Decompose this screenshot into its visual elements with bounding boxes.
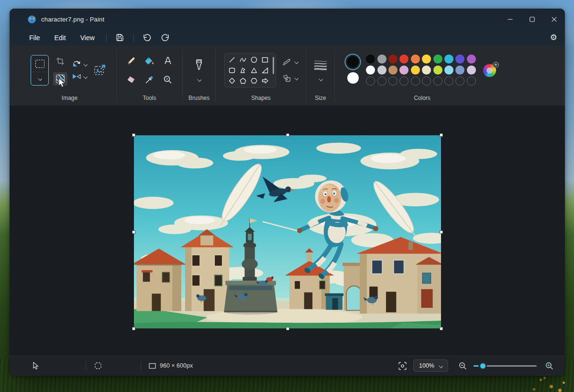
magnifier-tool-button[interactable] [159, 71, 177, 88]
selection-handle[interactable] [440, 230, 443, 234]
color-swatch[interactable] [399, 65, 408, 75]
shapes-gallery[interactable] [224, 53, 276, 87]
fit-to-screen-button[interactable] [398, 362, 407, 370]
color-swatch[interactable] [433, 54, 442, 64]
custom-color-slot[interactable] [388, 76, 397, 86]
menu-file[interactable]: File [22, 32, 47, 44]
flip-button[interactable] [72, 73, 87, 80]
size-button[interactable] [313, 59, 328, 73]
zoom-slider-thumb[interactable] [478, 361, 487, 370]
settings-gear-icon[interactable]: ⚙ [550, 33, 557, 42]
rotate-button[interactable] [72, 60, 87, 68]
shape-polygon-icon[interactable] [238, 65, 249, 75]
crop-button[interactable] [53, 54, 67, 68]
color1-swatch[interactable] [347, 56, 359, 68]
shape-right-triangle-icon[interactable] [260, 65, 271, 75]
selection-handle[interactable] [286, 327, 289, 330]
selection-handle[interactable] [440, 133, 443, 137]
color-swatch[interactable] [455, 65, 464, 75]
color2-swatch[interactable] [347, 72, 359, 84]
menubar: File Edit View [10, 30, 565, 45]
color-swatch[interactable] [444, 54, 453, 64]
shape-curve-icon[interactable] [238, 54, 249, 65]
shape-rectangle-icon[interactable] [260, 54, 271, 65]
selection-tool-button[interactable] [31, 55, 49, 86]
pointer-icon [33, 362, 39, 370]
zoom-out-button[interactable] [459, 362, 467, 370]
color-swatch[interactable] [377, 65, 386, 75]
custom-color-slot[interactable] [411, 76, 420, 86]
shape-triangle-icon[interactable] [249, 65, 260, 75]
shape-pentagon-icon[interactable] [238, 76, 249, 86]
color-swatch[interactable] [388, 65, 397, 75]
pencil-tool-button[interactable] [123, 52, 140, 70]
shapes-scrollbar[interactable] [273, 57, 274, 74]
custom-color-slot[interactable] [422, 76, 431, 86]
color-swatch[interactable] [399, 54, 408, 64]
color-swatch[interactable] [422, 65, 431, 75]
custom-color-slot[interactable] [399, 76, 408, 86]
color-swatch[interactable] [433, 65, 442, 75]
minimize-button[interactable] [499, 9, 521, 30]
maximize-button[interactable] [521, 9, 543, 30]
drawing-canvas[interactable] [134, 135, 441, 328]
color-swatch[interactable] [467, 65, 476, 75]
zoom-dropdown-chevron [439, 364, 443, 368]
selection-size-icon [95, 362, 101, 369]
text-tool-button[interactable] [159, 52, 177, 70]
custom-color-slot[interactable] [366, 76, 375, 86]
size-dropdown-chevron[interactable] [319, 77, 323, 81]
menu-view[interactable]: View [73, 32, 102, 44]
shape-ellipse-icon[interactable] [249, 54, 260, 65]
color-swatch[interactable] [366, 65, 375, 75]
selection-handle[interactable] [132, 327, 135, 330]
paint-window: character7.png - Paint File Edit View [10, 9, 565, 376]
shape-arrow-icon[interactable] [260, 76, 271, 86]
menu-edit[interactable]: Edit [47, 32, 73, 44]
custom-color-slot[interactable] [377, 76, 386, 86]
color-swatch[interactable] [422, 54, 431, 64]
color-swatch[interactable] [388, 54, 397, 64]
save-button[interactable] [113, 32, 127, 44]
fill-tool-button[interactable] [141, 52, 158, 70]
shape-fill-button[interactable] [282, 74, 298, 83]
zoom-slider[interactable] [474, 361, 537, 370]
color-swatch[interactable] [411, 54, 420, 64]
custom-color-slot[interactable] [467, 76, 476, 86]
shape-rounded-rectangle-icon[interactable] [227, 65, 238, 75]
resize-image-button[interactable] [91, 62, 109, 79]
remove-background-button[interactable] [53, 72, 67, 86]
shape-line-icon[interactable] [227, 54, 238, 65]
undo-button[interactable] [140, 32, 155, 44]
color-swatch[interactable] [444, 65, 453, 75]
zoom-level-dropdown[interactable]: 100% [413, 359, 448, 372]
color-swatch[interactable] [467, 54, 476, 64]
eraser-tool-button[interactable] [123, 71, 140, 88]
color-swatch[interactable] [377, 54, 386, 64]
selection-dropdown[interactable] [31, 72, 48, 85]
titlebar[interactable]: character7.png - Paint [10, 9, 565, 30]
zoom-in-button[interactable] [545, 362, 553, 370]
statusbar-separator [141, 361, 141, 370]
brushes-dropdown-chevron[interactable] [197, 77, 201, 82]
shape-hexagon-icon[interactable] [249, 76, 260, 86]
color-picker-tool-button[interactable] [141, 71, 158, 88]
color-swatch[interactable] [366, 54, 375, 64]
custom-color-slot[interactable] [455, 76, 464, 86]
selection-handle[interactable] [286, 133, 289, 137]
color-swatch[interactable] [411, 65, 420, 75]
redo-button[interactable] [158, 32, 173, 44]
edit-colors-button[interactable]: + [483, 63, 497, 77]
close-button[interactable] [543, 9, 565, 30]
ribbon-group-size: Size [307, 45, 334, 106]
custom-color-slot[interactable] [444, 76, 453, 86]
selection-handle[interactable] [132, 133, 135, 137]
shape-diamond-icon[interactable] [227, 76, 238, 86]
brushes-button[interactable] [195, 59, 203, 73]
selection-handle[interactable] [132, 230, 135, 234]
color-swatch[interactable] [455, 54, 464, 64]
shape-outline-button[interactable] [282, 58, 298, 66]
selection-size-indicator [95, 362, 101, 369]
selection-handle[interactable] [440, 327, 443, 330]
custom-color-slot[interactable] [433, 76, 442, 86]
